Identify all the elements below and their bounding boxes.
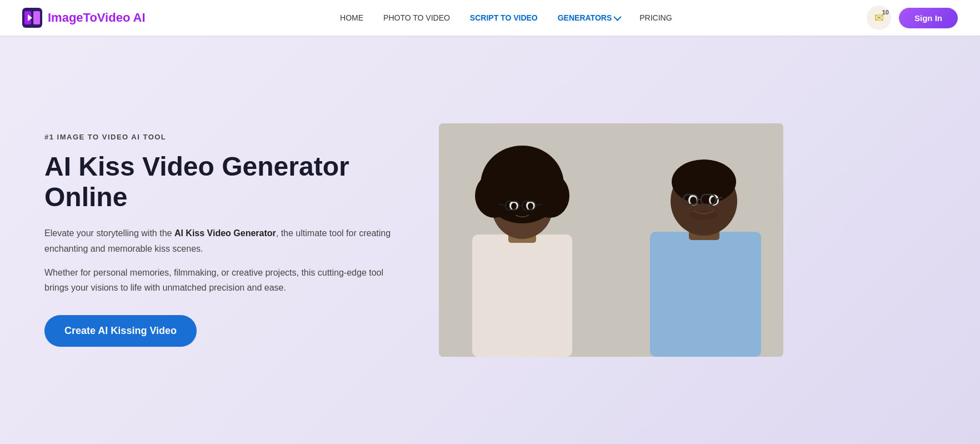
notification-button[interactable]: ✉ 10 [867,6,891,30]
hero-desc-1: Elevate your storytelling with the AI Ki… [44,226,400,256]
nav-script-to-video[interactable]: SCRIPT TO VIDEO [470,13,538,22]
svg-point-9 [475,173,514,218]
chevron-down-icon [614,13,622,21]
svg-rect-2 [33,11,40,24]
nav-home[interactable]: HOME [340,13,363,22]
hero-content: #1 IMAGE TO VIDEO AI TOOL AI Kiss Video … [44,133,400,347]
hero-title: AI Kiss Video Generator Online [44,151,400,212]
nav-photo-to-video[interactable]: PHOTO TO VIDEO [383,13,450,22]
hero-image [439,123,783,357]
nav-pricing[interactable]: PRICING [639,13,672,22]
nav-links: HOME PHOTO TO VIDEO SCRIPT TO VIDEO GENE… [340,13,672,22]
svg-point-13 [511,203,517,209]
couple-illustration [439,123,783,357]
notification-count: 10 [882,9,889,16]
brand-logo-area: ImageToVideo AI [22,8,146,28]
hero-eyebrow: #1 IMAGE TO VIDEO AI TOOL [44,133,400,141]
svg-point-23 [672,159,736,204]
navbar-right-actions: ✉ 10 Sign In [867,6,958,30]
brand-name: ImageToVideo AI [48,11,146,25]
navbar: ImageToVideo AI HOME PHOTO TO VIDEO SCRI… [0,0,980,36]
hero-desc-2: Whether for personal memories, filmmakin… [44,265,400,295]
svg-point-14 [528,203,533,209]
svg-point-33 [690,211,718,219]
sign-in-button[interactable]: Sign In [899,8,958,28]
hero-section: #1 IMAGE TO VIDEO AI TOOL AI Kiss Video … [0,36,980,444]
nav-generators[interactable]: GENERATORS [558,13,620,22]
hero-image-wrapper [433,123,789,357]
logo-icon [22,8,42,28]
create-kissing-video-button[interactable]: Create AI Kissing Video [44,315,197,347]
svg-rect-20 [650,232,761,357]
svg-point-10 [531,173,569,218]
svg-rect-5 [472,235,572,357]
